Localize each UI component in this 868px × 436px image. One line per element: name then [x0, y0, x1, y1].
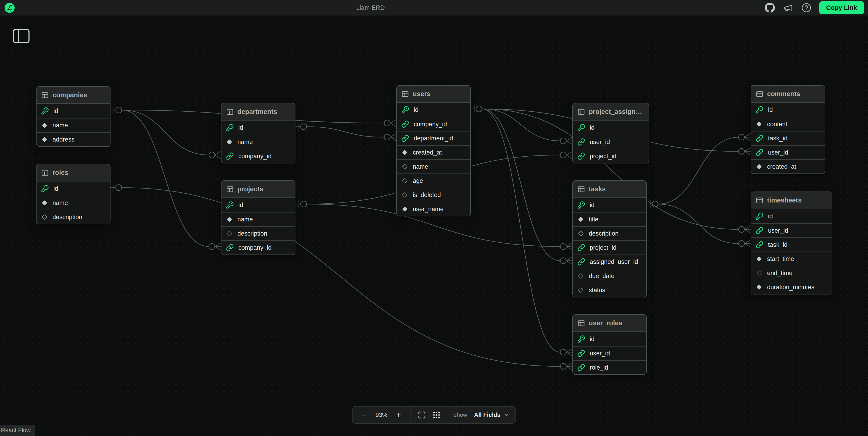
- column-row-project_assignments-id[interactable]: id: [573, 121, 649, 135]
- table-node-projects[interactable]: projects id name description company_id: [221, 180, 296, 255]
- table-node-roles[interactable]: roles id name description: [36, 164, 111, 224]
- table-header[interactable]: companies: [36, 87, 110, 104]
- fit-view-button[interactable]: [416, 409, 428, 421]
- not-null-diamond-icon: [226, 138, 233, 146]
- github-icon[interactable]: [765, 2, 775, 13]
- column-row-tasks-id[interactable]: id: [573, 198, 646, 212]
- column-name: user_id: [590, 138, 610, 146]
- react-flow-attribution[interactable]: React Flow: [0, 425, 35, 436]
- column-row-tasks-assigned_user_id[interactable]: assigned_user_id: [573, 254, 646, 269]
- primary-key-icon: [226, 201, 234, 209]
- table-node-project_assignments[interactable]: project_assignme... id user_id project_i…: [572, 103, 649, 163]
- not-null-diamond-icon: [41, 199, 48, 206]
- column-name: status: [589, 287, 605, 294]
- table-header[interactable]: user_roles: [573, 315, 646, 332]
- not-null-diamond-icon: [577, 216, 584, 223]
- table-header[interactable]: tasks: [573, 181, 646, 198]
- column-row-projects-name[interactable]: name: [221, 212, 295, 226]
- table-header[interactable]: project_assignme...: [573, 103, 649, 121]
- column-name: created_at: [767, 163, 796, 170]
- table-node-timesheets[interactable]: timesheets id user_id task_id start_time…: [751, 191, 832, 294]
- tidy-up-grid-button[interactable]: [431, 409, 442, 421]
- column-row-tasks-project_id[interactable]: project_id: [573, 240, 646, 254]
- column-row-companies-id[interactable]: id: [36, 104, 110, 118]
- sidebar-toggle-button[interactable]: [11, 27, 32, 45]
- table-header[interactable]: projects: [221, 181, 295, 198]
- column-row-users-age[interactable]: age: [397, 174, 470, 188]
- zoom-out-button[interactable]: −: [359, 409, 370, 421]
- column-row-users-company_id[interactable]: company_id: [397, 117, 470, 131]
- table-header[interactable]: users: [397, 86, 470, 103]
- column-row-timesheets-user_id[interactable]: user_id: [751, 223, 832, 238]
- column-name: project_id: [590, 153, 616, 160]
- column-row-departments-company_id[interactable]: company_id: [221, 149, 295, 163]
- table-node-companies[interactable]: companies id name address: [36, 86, 111, 147]
- column-row-roles-description[interactable]: description: [36, 210, 110, 224]
- column-row-timesheets-end_time[interactable]: end_time: [751, 266, 832, 280]
- column-row-departments-id[interactable]: id: [221, 121, 295, 135]
- chevron-down-icon: [504, 412, 509, 418]
- column-name: id: [238, 124, 243, 131]
- table-header[interactable]: roles: [36, 164, 110, 182]
- column-row-projects-id[interactable]: id: [221, 198, 295, 212]
- table-header[interactable]: timesheets: [751, 192, 832, 209]
- column-name: user_id: [590, 350, 610, 357]
- foreign-key-link-icon: [756, 241, 764, 249]
- primary-key-icon: [756, 212, 764, 220]
- column-row-project_assignments-project_id[interactable]: project_id: [573, 149, 649, 163]
- column-row-roles-name[interactable]: name: [36, 196, 110, 210]
- zoom-in-button[interactable]: +: [393, 409, 405, 421]
- column-name: name: [53, 122, 68, 129]
- column-row-tasks-due_date[interactable]: due_date: [573, 269, 646, 283]
- column-row-users-name[interactable]: name: [397, 159, 470, 174]
- column-row-comments-id[interactable]: id: [751, 103, 825, 117]
- table-header[interactable]: departments: [221, 103, 295, 121]
- diagram-canvas[interactable]: [0, 15, 868, 436]
- nullable-diamond-icon: [401, 191, 408, 198]
- column-row-project_assignments-user_id[interactable]: user_id: [573, 135, 649, 149]
- column-row-comments-content[interactable]: content: [751, 117, 825, 131]
- table-columns: id user_id task_id start_time end_time d…: [751, 209, 832, 294]
- announcements-megaphone-icon[interactable]: [783, 2, 793, 13]
- help-icon[interactable]: [801, 2, 812, 13]
- column-name: address: [53, 136, 74, 143]
- table-node-users[interactable]: users id company_id department_id create…: [396, 85, 471, 216]
- table-columns: id name description: [36, 182, 110, 224]
- column-row-users-created_at[interactable]: created_at: [397, 145, 470, 159]
- column-row-companies-address[interactable]: address: [36, 132, 110, 146]
- column-row-timesheets-task_id[interactable]: task_id: [751, 238, 832, 252]
- column-row-tasks-status[interactable]: status: [573, 283, 646, 297]
- column-row-comments-user_id[interactable]: user_id: [751, 145, 825, 159]
- column-row-users-is_deleted[interactable]: is_deleted: [397, 188, 470, 202]
- table-node-departments[interactable]: departments id name company_id: [221, 103, 296, 163]
- column-row-comments-created_at[interactable]: created_at: [751, 159, 825, 174]
- table-node-tasks[interactable]: tasks id title description project_id as…: [572, 180, 647, 298]
- table-node-comments[interactable]: comments id content task_id user_id crea…: [751, 85, 825, 174]
- column-row-users-user_name[interactable]: user_name: [397, 202, 470, 216]
- column-row-roles-id[interactable]: id: [36, 182, 110, 196]
- column-row-user_roles-role_id[interactable]: role_id: [573, 360, 646, 374]
- nullable-diamond-icon: [577, 287, 584, 293]
- nullable-diamond-icon: [401, 177, 408, 184]
- column-row-users-department_id[interactable]: department_id: [397, 131, 470, 145]
- column-row-users-id[interactable]: id: [397, 103, 470, 117]
- column-row-projects-company_id[interactable]: company_id: [221, 240, 295, 254]
- nullable-diamond-icon: [756, 270, 763, 276]
- table-header[interactable]: comments: [751, 86, 825, 103]
- column-row-departments-name[interactable]: name: [221, 135, 295, 149]
- liam-logo[interactable]: ℒ: [5, 3, 14, 13]
- column-row-comments-task_id[interactable]: task_id: [751, 131, 825, 145]
- column-row-tasks-description[interactable]: description: [573, 226, 646, 240]
- column-row-timesheets-duration_minutes[interactable]: duration_minutes: [751, 280, 832, 294]
- fields-filter-dropdown[interactable]: All Fields: [474, 411, 509, 418]
- column-row-tasks-title[interactable]: title: [573, 212, 646, 226]
- column-row-companies-name[interactable]: name: [36, 118, 110, 132]
- table-node-user_roles[interactable]: user_roles id user_id role_id: [572, 314, 647, 375]
- copy-link-button[interactable]: Copy Link: [819, 1, 864, 14]
- column-row-user_roles-id[interactable]: id: [573, 332, 646, 346]
- column-row-projects-description[interactable]: description: [221, 226, 295, 240]
- column-row-timesheets-id[interactable]: id: [751, 209, 832, 223]
- column-row-timesheets-start_time[interactable]: start_time: [751, 252, 832, 266]
- column-row-user_roles-user_id[interactable]: user_id: [573, 346, 646, 360]
- table-icon: [756, 90, 764, 98]
